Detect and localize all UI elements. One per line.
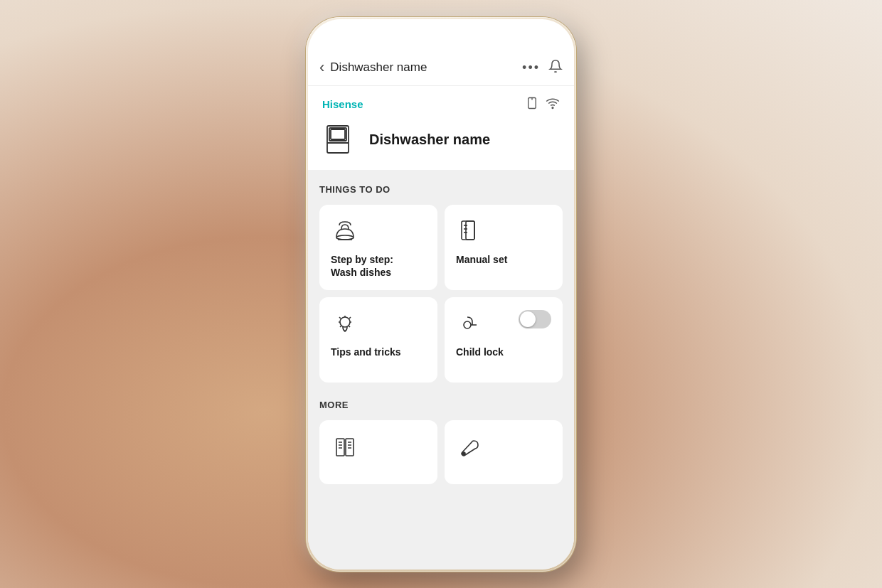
device-name: Dishwasher name bbox=[369, 132, 490, 148]
svg-rect-25 bbox=[336, 439, 344, 456]
device-header: Dishwasher name bbox=[322, 122, 560, 159]
toggle-knob bbox=[520, 311, 536, 327]
svg-rect-10 bbox=[466, 221, 474, 240]
brand-name: Hisense bbox=[322, 98, 363, 110]
device-icon-box bbox=[322, 122, 359, 159]
child-lock-toggle[interactable] bbox=[519, 310, 551, 328]
things-to-do-title: THINGS TO DO bbox=[319, 184, 563, 195]
tips-and-tricks-card[interactable]: Tips and tricks bbox=[319, 297, 437, 383]
wrench-icon bbox=[456, 433, 484, 461]
manual-set-label: Manual set bbox=[456, 253, 551, 266]
manual-icon bbox=[456, 218, 484, 246]
more-button[interactable]: ••• bbox=[522, 60, 540, 75]
svg-rect-5 bbox=[331, 129, 345, 139]
bell-icon[interactable] bbox=[548, 59, 563, 77]
svg-rect-9 bbox=[462, 221, 474, 240]
brand-row: Hisense bbox=[322, 96, 560, 113]
status-bar bbox=[308, 19, 574, 50]
things-to-do-grid: Step by step:Wash dishes bbox=[319, 205, 563, 383]
step-by-step-label: Step by step:Wash dishes bbox=[331, 253, 426, 279]
manual-set-card[interactable]: Manual set bbox=[445, 205, 563, 290]
book-icon bbox=[331, 433, 359, 461]
nav-right: ••• bbox=[522, 59, 563, 77]
dishes-icon bbox=[331, 218, 359, 246]
more-grid bbox=[319, 420, 563, 484]
step-by-step-card[interactable]: Step by step:Wash dishes bbox=[319, 205, 437, 290]
wifi-icon bbox=[546, 96, 560, 113]
dishwasher-device-icon bbox=[324, 124, 357, 156]
nav-left: ‹ Dishwasher name bbox=[319, 58, 427, 77]
svg-point-7 bbox=[336, 235, 354, 240]
wrench-card[interactable] bbox=[445, 420, 563, 484]
back-button[interactable]: ‹ bbox=[319, 58, 324, 77]
phone-screen: ‹ Dishwasher name ••• Hisense bbox=[308, 19, 574, 570]
lock-icon bbox=[456, 310, 484, 338]
manual-book-card[interactable] bbox=[319, 420, 437, 484]
svg-point-2 bbox=[552, 107, 553, 108]
child-lock-label: Child lock bbox=[456, 346, 551, 358]
svg-point-33 bbox=[462, 452, 465, 455]
nav-title: Dishwasher name bbox=[330, 60, 427, 75]
svg-rect-26 bbox=[346, 439, 354, 456]
more-title: MORE bbox=[319, 400, 563, 410]
header-section: Hisense bbox=[308, 86, 574, 170]
svg-line-15 bbox=[339, 317, 341, 319]
svg-point-14 bbox=[340, 317, 350, 327]
child-lock-top-row bbox=[456, 310, 551, 338]
svg-line-20 bbox=[340, 326, 341, 327]
tips-tricks-label: Tips and tricks bbox=[331, 346, 426, 358]
more-section: MORE bbox=[319, 400, 563, 484]
brand-icons bbox=[526, 96, 560, 113]
things-to-do-section: THINGS TO DO St bbox=[319, 184, 563, 383]
tips-icon bbox=[331, 310, 359, 338]
share-icon[interactable] bbox=[526, 97, 538, 112]
child-lock-card[interactable]: Child lock bbox=[445, 297, 563, 383]
content-area: THINGS TO DO St bbox=[308, 170, 574, 570]
nav-bar: ‹ Dishwasher name ••• bbox=[308, 50, 574, 86]
phone-device: ‹ Dishwasher name ••• Hisense bbox=[306, 17, 576, 572]
svg-point-22 bbox=[464, 321, 471, 328]
svg-line-17 bbox=[349, 317, 351, 319]
svg-line-21 bbox=[349, 326, 350, 327]
